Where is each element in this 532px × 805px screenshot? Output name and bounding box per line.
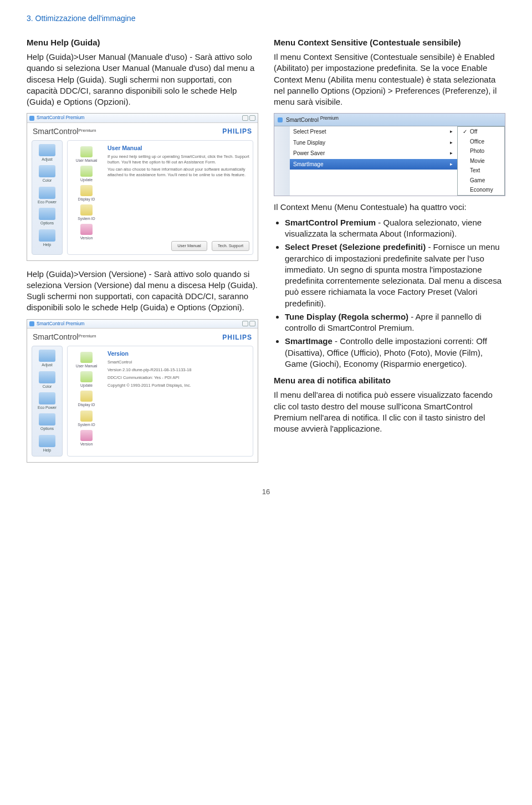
- chevron-right-icon: ▸: [450, 139, 453, 147]
- usermanual-icon[interactable]: [80, 146, 93, 157]
- para-context-2: Il Context Menu (Menu Contestuale) ha qu…: [274, 202, 505, 213]
- submenu-smartimage: ✓Off Office Photo Movie Text Game Econom…: [457, 126, 505, 196]
- heading-context-menu: Menu Context Sensitive (Contestuale sens…: [274, 37, 505, 48]
- help-icon[interactable]: [242, 321, 248, 326]
- sidebar: Adjust Color Eco Power Options Help: [32, 140, 63, 255]
- version-line-1: SmartControl: [108, 360, 249, 365]
- screenshot-context-menu: SmartControl Premium Select Preset▸ Tune…: [274, 113, 505, 196]
- submenu-item-game[interactable]: Game: [458, 176, 504, 186]
- menu-title: SmartControl Premium: [286, 115, 339, 124]
- techsupport-button[interactable]: Tech. Support: [212, 241, 249, 251]
- submenu-item-economy[interactable]: Economy: [458, 185, 504, 195]
- systemid-icon[interactable]: [80, 204, 93, 216]
- para-tray: Il menu dell'area di notifica può essere…: [274, 389, 505, 434]
- list-item: Select Preset (Selezione predefiniti) - …: [285, 242, 505, 309]
- version-icon[interactable]: [80, 224, 93, 235]
- check-icon: ✓: [462, 128, 467, 136]
- panel-usermanual: User Manual Update Display ID System ID …: [67, 140, 253, 255]
- menu-item-select-preset[interactable]: Select Preset▸: [290, 126, 457, 137]
- update-icon[interactable]: [80, 166, 93, 177]
- app-name: SmartControlPremium: [33, 332, 96, 342]
- right-column: Menu Context Sensitive (Contestuale sens…: [274, 32, 505, 470]
- heading-tray-menu: Menu area di notifica abilitato: [274, 375, 505, 386]
- version-line-2: Version 2.10 dtune-plp-R2011-08-15-1133-…: [108, 367, 249, 373]
- version-line-4: Copyright © 1993-2011 Portrait Displays,…: [108, 383, 249, 388]
- usermanual-icon[interactable]: [80, 352, 93, 363]
- submenu-item-movie[interactable]: Movie: [458, 156, 504, 166]
- close-icon[interactable]: [249, 321, 255, 326]
- screenshot-smartcontrol-usermanual: SmartControl Premium SmartControlPremium…: [27, 113, 258, 260]
- sidebar-item-options[interactable]: Options: [33, 413, 61, 431]
- submenu-item-text[interactable]: Text: [458, 166, 504, 176]
- heading-help-menu: Menu Help (Guida): [27, 37, 258, 48]
- left-column: Menu Help (Guida) Help (Guida)>User Manu…: [27, 32, 258, 470]
- displayid-icon[interactable]: [80, 185, 93, 196]
- submenu-item-photo[interactable]: Photo: [458, 146, 504, 156]
- sidebar-item-help[interactable]: Help: [33, 229, 61, 247]
- update-icon[interactable]: [80, 371, 93, 382]
- sidebar-item-adjust[interactable]: Adjust: [33, 144, 61, 162]
- sidebar-item-options[interactable]: Options: [33, 208, 61, 225]
- sidebar-item-eco[interactable]: Eco Power: [33, 187, 61, 204]
- systemid-icon[interactable]: [80, 411, 93, 422]
- breadcrumb: 3. Ottimizzazione dell'immagine: [27, 13, 505, 24]
- sidebar-item-help[interactable]: Help: [33, 435, 61, 453]
- submenu-item-office[interactable]: Office: [458, 137, 504, 147]
- brand-logo: PHILIPS: [222, 127, 252, 136]
- panel-text-2: You can also choose to have information …: [108, 167, 249, 178]
- app-name: SmartControlPremium: [33, 126, 96, 137]
- menu-item-tune-display[interactable]: Tune Display▸: [290, 137, 457, 148]
- sidebar: Adjust Color Eco Power Options Help: [32, 346, 63, 457]
- sidebar-item-color[interactable]: Color: [33, 371, 61, 389]
- para-help-usermanual: Help (Guida)>User Manual (Manuale d'uso)…: [27, 52, 258, 107]
- submenu-item-off[interactable]: ✓Off: [458, 127, 504, 137]
- para-context-1: Il menu Context Sensitive (Contestuale s…: [274, 52, 505, 107]
- window-title: SmartControl Premium: [37, 321, 84, 327]
- list-item: Tune Display (Regola schermo) - Apre il …: [285, 311, 505, 334]
- close-icon[interactable]: [249, 115, 255, 121]
- chevron-right-icon: ▸: [450, 150, 453, 157]
- smartcontrol-icon: [278, 117, 283, 122]
- app-icon: [29, 116, 34, 121]
- help-icon[interactable]: [242, 115, 248, 121]
- page-number: 16: [27, 487, 505, 497]
- menu-item-smartimage[interactable]: SmartImage▸: [290, 159, 457, 170]
- chevron-right-icon: ▸: [450, 128, 453, 136]
- menu-gutter: [274, 126, 290, 196]
- usermanual-button[interactable]: User Manual: [171, 241, 207, 251]
- sidebar-item-adjust[interactable]: Adjust: [33, 350, 61, 367]
- menu-item-power-saver[interactable]: Power Saver▸: [290, 148, 457, 159]
- para-help-version: Help (Guida)>Version (Versione) - Sarà a…: [27, 269, 258, 314]
- panel-version: User Manual Update Display ID System ID …: [67, 346, 253, 457]
- sidebar-item-color[interactable]: Color: [33, 165, 61, 183]
- sidebar-item-eco[interactable]: Eco Power: [33, 392, 61, 410]
- list-item: SmartControl Premium - Qualora seleziona…: [285, 217, 505, 240]
- version-icon[interactable]: [80, 430, 93, 441]
- panel-text-1: If you need help setting up or operating…: [108, 154, 249, 165]
- panel-title: Version: [108, 350, 249, 357]
- chevron-right-icon: ▸: [450, 161, 453, 168]
- brand-logo: PHILIPS: [222, 333, 252, 342]
- screenshot-smartcontrol-version: SmartControl Premium SmartControlPremium…: [27, 319, 258, 463]
- version-line-3: DDC/CI Communication: Yes - PDI API: [108, 375, 249, 381]
- context-menu-list: SmartControl Premium - Qualora seleziona…: [274, 217, 505, 370]
- displayid-icon[interactable]: [80, 391, 93, 402]
- window-title: SmartControl Premium: [37, 115, 84, 121]
- app-icon: [29, 321, 34, 326]
- list-item: SmartImage - Controllo delle impostazion…: [285, 336, 505, 370]
- panel-title: User Manual: [108, 144, 249, 152]
